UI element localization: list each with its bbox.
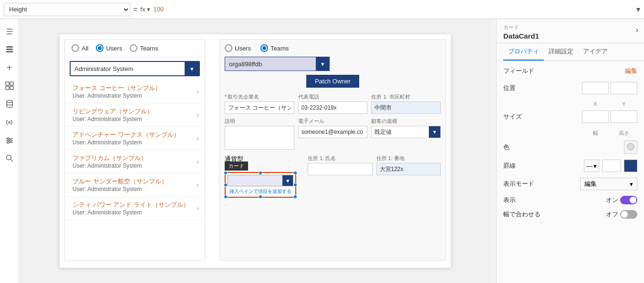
- visible-toggle[interactable]: [620, 196, 637, 204]
- border-style-select[interactable]: — ▾: [584, 160, 599, 172]
- width-fit-state-label: オフ: [606, 210, 618, 219]
- list-item[interactable]: ファブリカム（サンプル） User: Administrator System …: [65, 150, 205, 173]
- svg-line-15: [10, 160, 13, 162]
- color-picker-button[interactable]: [624, 141, 637, 154]
- breadcrumb: カード: [503, 24, 637, 31]
- svg-point-13: [7, 142, 9, 143]
- fx-button[interactable]: fx ▾: [140, 6, 150, 13]
- radio-form-teams-icon: [260, 44, 268, 52]
- card-field-container: 通貨型 カード ▾: [225, 155, 296, 198]
- size-height-input[interactable]: 100: [611, 111, 637, 123]
- position-values: 0 337: [582, 82, 637, 94]
- variables-icon[interactable]: (x): [1, 113, 18, 131]
- position-x-input[interactable]: 0: [582, 82, 609, 94]
- xy-labels: X Y: [503, 101, 637, 107]
- owner-dropdown-arrow-icon[interactable]: ▾: [316, 57, 329, 71]
- list-item[interactable]: ブルー ヤンダー航空（サンプル） User: Administrator Sys…: [65, 173, 205, 197]
- fx-icon: fx: [140, 6, 145, 13]
- radio-all-icon: [72, 44, 79, 52]
- field-company-name-label: *取引先企業名: [225, 93, 294, 101]
- field-description: 説明: [225, 118, 294, 151]
- item-name: フォース コーヒー（サンプル）: [73, 84, 161, 92]
- customer-size-dropdown-icon[interactable]: ▾: [429, 126, 440, 138]
- field-company-name-input[interactable]: [225, 101, 294, 114]
- item-sub: User: Administrator System: [73, 92, 161, 99]
- field-address-name-input[interactable]: [308, 163, 373, 175]
- hamburger-icon[interactable]: ☰: [1, 23, 18, 40]
- svg-rect-0: [6, 46, 13, 48]
- selection-handle-tl: [224, 171, 228, 175]
- item-name: ファブリカム（サンプル）: [73, 154, 147, 162]
- radio-form-users-icon: [225, 44, 232, 52]
- form-tab-teams[interactable]: Teams: [260, 44, 289, 52]
- field-description-input[interactable]: [225, 126, 294, 150]
- formula-input[interactable]: 100: [153, 6, 634, 13]
- patch-owner-button[interactable]: Patch Owner: [306, 75, 359, 88]
- form-tabs: Users Teams: [225, 44, 441, 52]
- tab-advanced[interactable]: 詳細設定: [544, 43, 578, 61]
- form-tab-users[interactable]: Users: [225, 44, 251, 52]
- field-phone-input[interactable]: [298, 101, 368, 114]
- field-email-input[interactable]: [298, 126, 368, 138]
- size-prop-row: サイズ 258 100: [503, 111, 637, 123]
- property-selector[interactable]: Height: [4, 3, 130, 16]
- card-dropdown-inner[interactable]: ▾: [228, 175, 293, 186]
- list-item[interactable]: リビングウェア（サンプル） User: Administrator System…: [65, 103, 205, 127]
- field-prop-row: フィールド 編集: [503, 67, 637, 75]
- visible-toggle-container: オン: [606, 196, 637, 204]
- svg-point-11: [7, 138, 9, 140]
- dropdown-arrow-icon: ▾: [147, 6, 150, 13]
- search-icon[interactable]: [1, 150, 18, 167]
- field-customer-size: 顧客の規模 ▾: [371, 118, 441, 151]
- field-city-input[interactable]: [371, 101, 441, 114]
- item-sub: User: Administrator System: [73, 209, 189, 216]
- panel-header: カード DataCard1 ›: [497, 19, 644, 43]
- field-customer-size-select[interactable]: ▾: [371, 126, 441, 138]
- width-fit-toggle[interactable]: [620, 210, 637, 219]
- field-email: 電子メール: [298, 118, 368, 151]
- field-edit-link[interactable]: 編集: [625, 67, 637, 75]
- border-width-input[interactable]: 0: [602, 160, 621, 172]
- field-phone-label: 代表電話: [298, 93, 368, 101]
- tools-icon[interactable]: [1, 131, 18, 149]
- insert-hint: 挿入ペインで項目を追加する: [228, 188, 293, 195]
- insert-icon[interactable]: [1, 77, 18, 94]
- layers-icon[interactable]: [1, 41, 18, 58]
- svg-rect-5: [6, 86, 9, 90]
- tab-properties[interactable]: プロパティ: [503, 43, 544, 61]
- data-icon[interactable]: [1, 95, 18, 112]
- tab-ideas[interactable]: アイデア: [578, 43, 613, 61]
- display-mode-select[interactable]: 編集 ▾: [580, 178, 637, 190]
- selection-handle-bottom: [259, 195, 262, 199]
- owner-dropdown-input[interactable]: orga898ffdb: [225, 57, 316, 71]
- list-item[interactable]: シティ パワー アンド ライト（サンプル） User: Administrato…: [65, 197, 205, 220]
- form-area: Users Teams orga898ffdb ▾ Patch Owner *取…: [219, 39, 446, 261]
- border-label: 罫線: [503, 162, 516, 170]
- card-selection-box: ▾ 挿入ペインで項目を追加する: [225, 172, 296, 198]
- position-y-input[interactable]: 337: [611, 82, 637, 94]
- width-label: 幅: [582, 130, 609, 137]
- border-color-swatch[interactable]: [624, 160, 637, 172]
- selection-handle-br: [293, 195, 297, 199]
- tab-users[interactable]: Users: [96, 44, 122, 52]
- field-company-name: *取引先企業名: [225, 93, 294, 114]
- visible-state-label: オン: [606, 196, 618, 204]
- field-street-input[interactable]: [376, 163, 441, 175]
- people-dropdown-arrow-icon[interactable]: ▾: [185, 62, 199, 75]
- color-label: 色: [503, 143, 509, 152]
- people-dropdown[interactable]: Administrator System ▾: [70, 61, 200, 76]
- formula-bar-collapse-button[interactable]: ▾: [636, 5, 640, 14]
- panel-nav-arrow-icon[interactable]: ›: [636, 26, 638, 34]
- border-style-value: —: [586, 162, 592, 170]
- people-dropdown-input[interactable]: Administrator System: [71, 65, 185, 72]
- tab-teams[interactable]: Teams: [130, 44, 158, 52]
- panel-body: フィールド 編集 位置 0 337 X Y サイズ 258 100 幅 高さ: [497, 61, 644, 230]
- size-width-input[interactable]: 258: [582, 111, 609, 123]
- card-dropdown-arrow-icon[interactable]: ▾: [282, 175, 293, 186]
- tab-all[interactable]: All: [72, 44, 88, 52]
- owner-dropdown[interactable]: orga898ffdb ▾: [225, 57, 330, 71]
- list-item[interactable]: フォース コーヒー（サンプル） User: Administrator Syst…: [65, 80, 205, 103]
- radio-users-icon: [96, 44, 104, 52]
- list-item[interactable]: アドベンチャー ワークス（サンプル） User: Administrator S…: [65, 127, 205, 150]
- plus-icon[interactable]: +: [1, 59, 18, 76]
